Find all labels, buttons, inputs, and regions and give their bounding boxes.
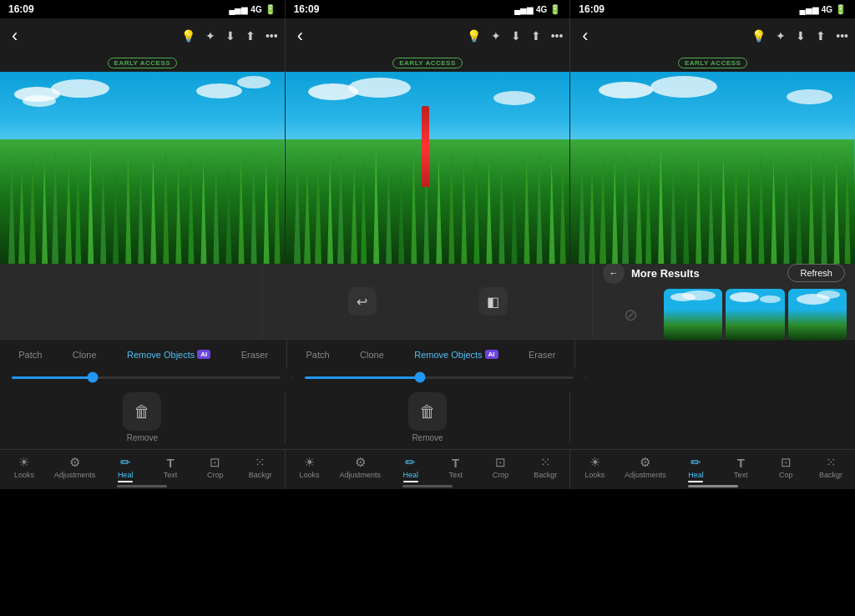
text-label-1: Text: [164, 471, 178, 479]
signal-icon-1: ▄▅▆: [229, 5, 248, 14]
background-icon-2: ⁙: [540, 455, 551, 470]
nav-text-2[interactable]: T Text: [441, 456, 471, 479]
nav-crop-1[interactable]: ⊡ Crop: [200, 455, 230, 479]
result-thumb-3[interactable]: [788, 289, 847, 341]
lightbulb-icon-3[interactable]: 💡: [751, 29, 766, 43]
download-icon-3[interactable]: ⬇: [796, 29, 806, 43]
adjustments-icon-2: ⚙: [355, 455, 366, 470]
back-more-results-button[interactable]: ←: [603, 262, 625, 284]
heal-icon-3: ✏: [691, 455, 701, 470]
network-3: 4G: [822, 5, 832, 14]
magic-icon-3[interactable]: ✦: [776, 29, 786, 43]
tool-clone-2[interactable]: Clone: [360, 350, 384, 360]
remove-button-1[interactable]: 🗑 Remove: [123, 392, 161, 442]
nav-crop-3[interactable]: ⊡ Cop: [771, 455, 801, 479]
nav-adjustments-1[interactable]: ⚙ Adjustments: [54, 455, 96, 479]
image-panel-1: [0, 72, 286, 264]
heal-label-3: Heal: [688, 471, 704, 479]
magic-icon-2[interactable]: ✦: [491, 29, 501, 43]
nav-heal-3[interactable]: ✏ Heal: [680, 455, 711, 479]
undo-button[interactable]: ↩: [348, 287, 377, 316]
nav-adjustments-3[interactable]: ⚙ Adjustments: [625, 455, 666, 479]
nav-crop-2[interactable]: ⊡ Crop: [486, 455, 516, 479]
nav-heal-2[interactable]: ✏ Heal: [396, 455, 426, 479]
time-display-2: 16:09: [294, 3, 320, 15]
adjustments-label-1: Adjustments: [54, 471, 96, 479]
share-icon-3[interactable]: ⬆: [816, 29, 826, 43]
share-icon-1[interactable]: ⬆: [245, 29, 255, 43]
looks-icon-2: ☀: [304, 455, 315, 470]
nav-looks-3[interactable]: ☀ Looks: [579, 455, 610, 479]
compare-button[interactable]: ◧: [479, 287, 508, 316]
nav-text-1[interactable]: T Text: [155, 456, 185, 479]
share-icon-2[interactable]: ⬆: [531, 29, 541, 43]
adjustments-label-3: Adjustments: [625, 471, 666, 479]
tool-remove-objects-1[interactable]: Remove Objects AI: [127, 350, 210, 360]
lightbulb-icon-2[interactable]: 💡: [467, 29, 481, 43]
nav-background-1[interactable]: ⁙ Backgr: [245, 455, 276, 479]
network-2: 4G: [536, 5, 547, 14]
text-label-2: Text: [448, 471, 463, 479]
tool-patch-2[interactable]: Patch: [306, 350, 330, 360]
crop-label-1: Crop: [207, 471, 224, 479]
heal-icon-1: ✏: [120, 455, 131, 470]
looks-icon-1: ☀: [18, 455, 29, 470]
network-1: 4G: [250, 5, 261, 14]
crop-icon-2: ⊡: [495, 455, 506, 470]
more-icon-2[interactable]: •••: [551, 29, 564, 43]
crop-icon-1: ⊡: [210, 455, 220, 470]
more-results-title: More Results: [631, 267, 700, 280]
download-icon-2[interactable]: ⬇: [511, 29, 521, 43]
looks-label-2: Looks: [300, 471, 320, 479]
text-label-3: Text: [734, 471, 748, 479]
back-button-2[interactable]: ‹: [292, 25, 308, 47]
nav-text-3[interactable]: T Text: [726, 456, 756, 479]
time-display-3: 16:09: [579, 3, 605, 15]
remove-label-2: Remove: [412, 433, 443, 442]
more-icon-1[interactable]: •••: [266, 29, 278, 43]
nav-adjustments-2[interactable]: ⚙ Adjustments: [339, 455, 381, 479]
adjustments-label-2: Adjustments: [339, 471, 381, 479]
back-button-1[interactable]: ‹: [7, 25, 23, 47]
battery-icon-3: 🔋: [835, 4, 847, 15]
nav-looks-1[interactable]: ☀ Looks: [9, 455, 39, 479]
back-button-3[interactable]: ‹: [577, 25, 593, 47]
image-panel-3: [570, 72, 855, 264]
signal-icon-3: ▄▅▆: [800, 5, 819, 14]
nav-looks-2[interactable]: ☀ Looks: [295, 455, 325, 479]
early-access-badge-1: EARLY ACCESS: [108, 58, 178, 68]
heal-label-1: Heal: [118, 471, 134, 479]
text-icon-3: T: [737, 456, 745, 470]
looks-icon-3: ☀: [589, 455, 600, 470]
result-thumb-2[interactable]: [726, 289, 785, 341]
result-thumb-1[interactable]: [664, 289, 723, 341]
early-access-badge-3: EARLY ACCESS: [678, 58, 748, 68]
early-access-badge-2: EARLY ACCESS: [392, 58, 463, 68]
download-icon-1[interactable]: ⬇: [225, 29, 235, 43]
more-icon-3[interactable]: •••: [836, 29, 848, 43]
background-label-2: Backgr: [534, 471, 557, 479]
text-icon-1: T: [166, 456, 174, 470]
crop-icon-3: ⊡: [781, 455, 792, 470]
refresh-button[interactable]: Refresh: [787, 264, 845, 282]
remove-button-2[interactable]: 🗑 Remove: [408, 392, 447, 442]
background-icon-3: ⁙: [826, 455, 837, 470]
magic-icon-1[interactable]: ✦: [205, 29, 215, 43]
more-results-header: ← More Results Refresh: [593, 262, 855, 289]
tool-clone-1[interactable]: Clone: [73, 350, 97, 360]
tool-eraser-1[interactable]: Eraser: [241, 350, 268, 360]
crop-label-3: Cop: [779, 471, 793, 479]
nav-heal-1[interactable]: ✏ Heal: [110, 455, 140, 479]
background-label-3: Backgr: [819, 471, 842, 479]
nav-background-2[interactable]: ⁙ Backgr: [530, 455, 560, 479]
heal-label-2: Heal: [403, 471, 419, 479]
lightbulb-icon-1[interactable]: 💡: [181, 29, 195, 43]
nav-background-3[interactable]: ⁙ Backgr: [816, 455, 846, 479]
tool-eraser-2[interactable]: Eraser: [529, 350, 555, 360]
tool-remove-objects-2[interactable]: Remove Objects AI: [414, 350, 498, 360]
crop-label-2: Crop: [493, 471, 509, 479]
background-label-1: Backgr: [249, 471, 272, 479]
battery-icon-2: 🔋: [549, 4, 561, 15]
result-thumb-disabled[interactable]: ⊘: [601, 289, 660, 341]
tool-patch-1[interactable]: Patch: [18, 350, 42, 360]
